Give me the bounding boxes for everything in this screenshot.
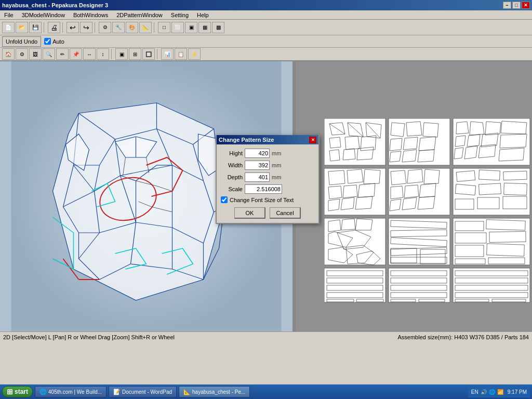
dialog-overlay: Change Pattern Size ✕ Hight mm Width mm … [0,0,532,399]
ok-button[interactable]: OK [234,207,265,219]
depth-row: Depth mm [221,172,314,182]
dialog-titlebar: Change Pattern Size ✕ [217,135,318,144]
hight-input[interactable] [245,149,270,158]
hight-row: Hight mm [221,149,314,158]
depth-label: Depth [221,174,243,180]
width-unit: mm [272,162,281,168]
width-label: Width [221,162,243,168]
hight-unit: mm [272,150,281,156]
change-pattern-size-dialog: Change Pattern Size ✕ Hight mm Width mm … [216,135,320,224]
scale-row: Scale [221,184,314,194]
dialog-buttons: OK Cancel [221,207,314,219]
checkbox-label: Change Font Size of Text [230,197,294,203]
hight-label: Hight [221,150,243,156]
depth-unit: mm [272,174,281,180]
cancel-button[interactable]: Cancel [270,207,301,219]
scale-input[interactable] [245,184,282,194]
dialog-body: Hight mm Width mm Depth mm Scale [217,144,318,223]
dialog-close-button[interactable]: ✕ [309,137,316,143]
font-size-checkbox[interactable] [221,196,228,203]
checkbox-row: Change Font Size of Text [221,196,314,203]
width-row: Width mm [221,161,314,170]
dialog-title: Change Pattern Size [219,137,274,143]
scale-label: Scale [221,186,243,192]
width-input[interactable] [245,161,270,170]
depth-input[interactable] [245,172,270,182]
